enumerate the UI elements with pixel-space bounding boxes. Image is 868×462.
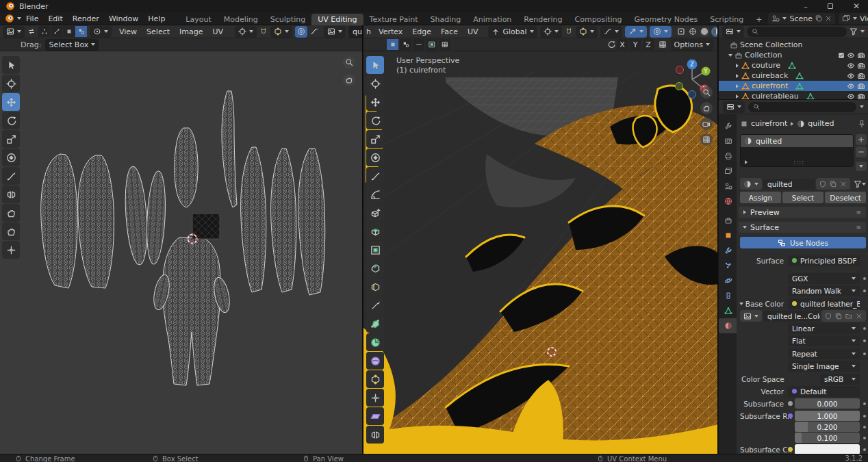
options-dropdown[interactable]: Options <box>671 39 713 51</box>
radius-x-anim-dot[interactable] <box>863 415 866 418</box>
shading-material-button[interactable] <box>711 27 717 37</box>
sss-method-anim-dot[interactable] <box>863 290 866 292</box>
viewport-tool-annotate[interactable] <box>366 167 384 185</box>
workspace-tab-modeling[interactable]: Modeling <box>218 14 264 25</box>
uv-menu-select[interactable]: Select <box>142 27 175 36</box>
browse-image-button[interactable] <box>740 310 762 322</box>
workspace-tab-animation[interactable]: Animation <box>467 14 518 25</box>
uv-tool-transform[interactable] <box>2 149 20 166</box>
select-mode-invert-button[interactable] <box>426 39 437 50</box>
distribution-dropdown[interactable]: GGX <box>788 273 860 284</box>
viewport-tool-edge-slide[interactable] <box>366 370 384 388</box>
radius-z-slider[interactable]: 0.100 <box>795 433 860 443</box>
viewport-snap-toggle-icon[interactable] <box>565 27 573 36</box>
select-mode-extend-button[interactable] <box>400 39 411 50</box>
transform-orientation-button[interactable]: Global <box>488 26 537 38</box>
uv-tool-2d-cursor[interactable] <box>2 75 20 92</box>
viewport-snap-mode-button[interactable] <box>576 26 598 38</box>
uv-image-browse-button[interactable] <box>324 26 346 38</box>
workspace-tab-rendering[interactable]: Rendering <box>518 14 568 25</box>
viewport-menu-uv[interactable]: UV <box>463 27 483 36</box>
uv-zoom-button[interactable] <box>343 56 355 68</box>
scene-selector[interactable]: Scene <box>768 13 835 25</box>
tab-constraints[interactable] <box>719 288 737 303</box>
select-button[interactable]: Select <box>782 192 824 203</box>
scene-collection-row[interactable]: Scene Collection <box>719 40 868 50</box>
workspace-tab-[interactable]: + <box>750 14 768 25</box>
uv-image-name[interactable]: quilted leather_BaseColor.pn <box>348 26 362 38</box>
object-disclosure[interactable] <box>736 74 739 78</box>
viewport-canvas[interactable] <box>363 51 717 454</box>
uv-pan-button[interactable] <box>343 74 355 86</box>
material-slot-item[interactable]: quilted <box>741 135 853 147</box>
uv-snap-mode-button[interactable] <box>270 26 292 38</box>
uv-snap-toggle-icon[interactable] <box>259 27 268 36</box>
image-unlink-icon[interactable] <box>856 313 863 320</box>
mirror-icon[interactable] <box>607 40 615 49</box>
fake-user-icon[interactable] <box>819 181 826 188</box>
tab-physics[interactable] <box>719 273 737 288</box>
distribution-anim-dot[interactable] <box>863 277 866 280</box>
properties-search-input[interactable] <box>748 102 856 112</box>
collection-checkbox-icon[interactable] <box>838 52 845 59</box>
viewport-tool-bevel[interactable] <box>366 259 384 277</box>
tab-particles[interactable] <box>719 258 737 273</box>
uv-sync-selection-icon[interactable] <box>27 27 36 36</box>
maximize-button[interactable] <box>820 0 841 12</box>
unlink-material-icon[interactable] <box>840 181 847 188</box>
uv-tool-move[interactable] <box>2 93 20 111</box>
subsurface-anim-dot[interactable] <box>863 402 866 405</box>
tab-render[interactable] <box>719 133 737 149</box>
gizmos-toggle-icon[interactable] <box>677 27 685 36</box>
preview-panel-header[interactable]: Preview ≡ <box>739 207 866 218</box>
uv-canvas[interactable] <box>0 51 362 454</box>
preview-panel-grip[interactable]: ≡ <box>856 209 862 216</box>
extension-anim-dot[interactable] <box>863 352 866 355</box>
uv-tool-grab[interactable] <box>2 204 20 222</box>
hide-viewport-icon[interactable] <box>847 92 855 100</box>
viewport-tool-move[interactable] <box>366 93 384 111</box>
color-space-dropdown[interactable]: sRGB <box>820 374 860 385</box>
viewport-tool-scale[interactable] <box>366 130 384 148</box>
mirror-x-button[interactable]: X <box>617 39 628 50</box>
collection-hide-icon[interactable] <box>847 51 855 60</box>
shading-wireframe-button[interactable] <box>688 27 698 37</box>
disable-render-icon[interactable] <box>857 72 865 80</box>
viewport-menu-vertex[interactable]: Vertex <box>374 27 407 36</box>
uv-menu-uv[interactable]: UV <box>208 27 229 36</box>
uv-select-face-button[interactable] <box>63 26 75 37</box>
properties-editor-type-button[interactable] <box>723 101 745 113</box>
viewport-tool-extrude-region[interactable] <box>366 222 384 240</box>
slot-specials-button[interactable] <box>856 162 867 171</box>
interpolation-dropdown[interactable]: Linear <box>788 323 860 334</box>
snap-cage-icon[interactable] <box>659 40 667 49</box>
image-new-icon[interactable] <box>835 313 842 320</box>
uv-tool-pinch[interactable] <box>2 241 20 259</box>
tab-material[interactable] <box>719 318 737 333</box>
tab-collection[interactable] <box>719 213 737 228</box>
viewport-ortho-button[interactable] <box>700 133 713 146</box>
uv-tool-scale[interactable] <box>2 130 20 148</box>
workspace-tab-uv-editing[interactable]: UV Editing <box>311 14 363 25</box>
object-disclosure[interactable] <box>736 84 739 88</box>
tab-view-layer[interactable] <box>719 164 737 179</box>
disable-render-icon[interactable] <box>857 92 865 100</box>
outliner-filter-icon[interactable] <box>850 27 858 36</box>
viewport-proportional-button[interactable] <box>650 26 672 38</box>
viewport-tool-shear[interactable] <box>366 407 384 425</box>
radius-x-slider[interactable]: 1.000 <box>795 411 860 421</box>
tab-world[interactable] <box>719 194 737 209</box>
close-button[interactable]: ✕ <box>845 0 868 12</box>
viewport-tool-rotate[interactable] <box>366 112 384 129</box>
hide-viewport-icon[interactable] <box>847 82 855 90</box>
viewport-tool-transform[interactable] <box>366 149 384 166</box>
surface-panel-grip[interactable]: ≡ <box>856 224 862 231</box>
subsurface-color-swatch[interactable] <box>795 444 860 454</box>
tab-object[interactable] <box>719 228 737 243</box>
collection-render-icon[interactable] <box>857 51 865 60</box>
viewport-tool-measure[interactable] <box>366 185 384 203</box>
viewport-tool-loop-cut[interactable] <box>366 278 384 296</box>
hide-viewport-icon[interactable] <box>847 62 855 70</box>
select-mode-intersect-button[interactable] <box>439 39 450 50</box>
material-name-field[interactable]: quilted <box>763 179 815 190</box>
